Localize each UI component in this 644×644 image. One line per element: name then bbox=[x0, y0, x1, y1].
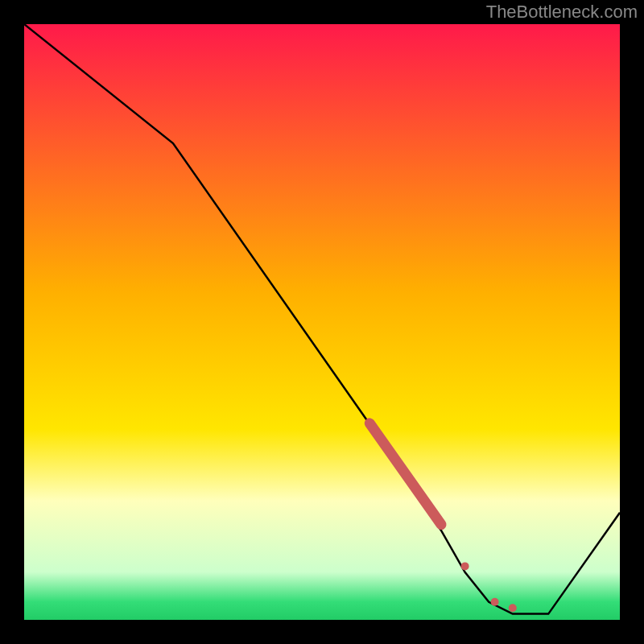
watermark-text: TheBottleneck.com bbox=[486, 2, 638, 23]
chart-line bbox=[24, 24, 620, 620]
plot-area bbox=[24, 24, 620, 620]
